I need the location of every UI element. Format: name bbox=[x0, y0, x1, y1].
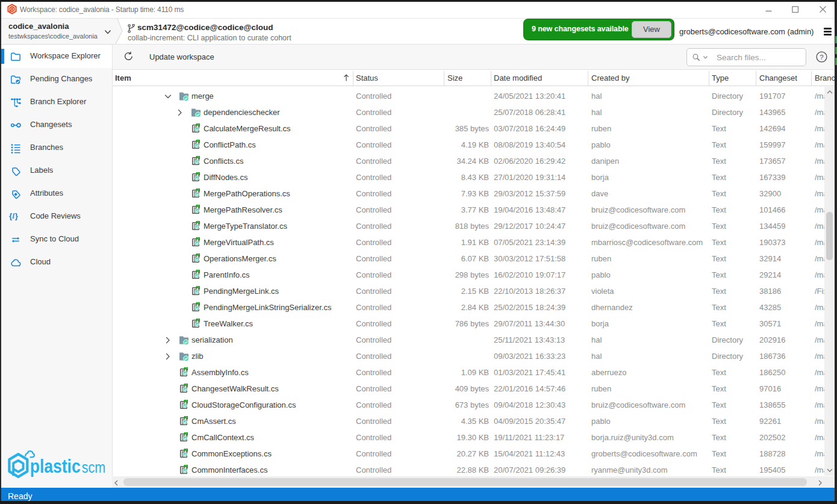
svg-text:scm: scm bbox=[82, 459, 106, 476]
svg-text:?: ? bbox=[820, 54, 823, 61]
svg-text:plastic: plastic bbox=[30, 455, 81, 477]
